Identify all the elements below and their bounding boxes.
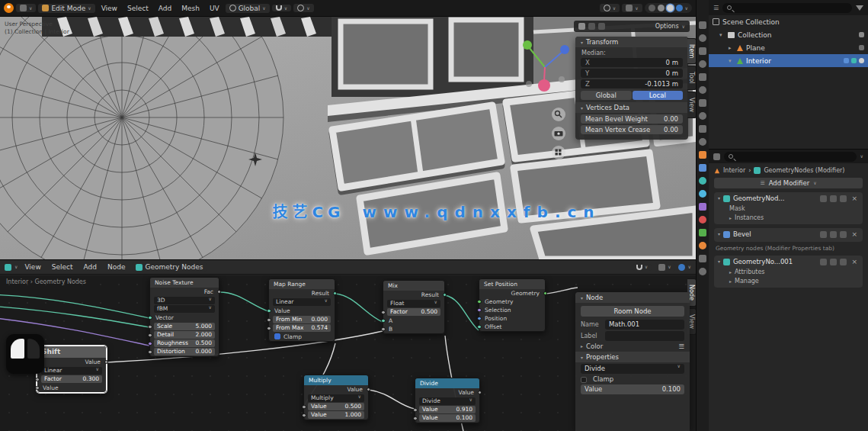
tab-physics-icon[interactable] [699,190,706,198]
editor-type-button[interactable]: ∨ [16,4,36,12]
ne-menu-add[interactable]: Add [80,263,101,271]
output-socket[interactable] [217,290,222,294]
tab-modifiers-icon[interactable] [699,164,706,172]
ne-menu-view[interactable]: View [21,263,44,271]
color-panel-row[interactable]: ▸ Color ☰ [581,343,684,350]
operation-menu[interactable]: Multiply∨ [308,394,364,402]
rendered-shading-icon[interactable] [676,5,683,11]
mix-type-menu[interactable]: Float∨ [387,300,440,307]
active-node-button[interactable]: Room Node [581,306,684,317]
set-position-node[interactable]: Set Position Geometry Geometry Selection… [479,278,546,332]
menu-select[interactable]: Select [123,5,152,12]
modifier-subrow[interactable]: ▸ Attributes [714,268,863,277]
tab-tool-icon[interactable] [699,73,706,81]
input-socket[interactable] [267,318,271,323]
blender-logo-icon[interactable] [4,3,14,13]
math-divide-node[interactable]: Divide Value Divide∨ Value0.910 Value0.1… [415,378,480,423]
roughness-slider[interactable]: Roughness0.500 [154,339,215,347]
from-min-slider[interactable]: From Min0.000 [273,316,331,323]
node-title[interactable]: Noise Texture [150,278,219,288]
face-select-icon[interactable] [598,23,605,30]
proportional-edit-button[interactable]: ∨ [293,4,313,12]
node-panel-header[interactable]: ▾ Node [575,292,690,303]
properties-search-input[interactable] [724,152,857,162]
ne-menu-select[interactable]: Select [48,263,77,271]
input-socket[interactable] [148,350,152,355]
clamp-checkbox[interactable] [274,333,280,339]
mode-select[interactable]: Edit Mode ∨ [38,4,94,13]
node-title[interactable]: Multiply [304,375,368,385]
input-socket[interactable] [477,300,482,304]
output-socket[interactable] [104,360,109,365]
distortion-slider[interactable]: Distortion0.000 [154,348,215,355]
output-socket[interactable] [333,291,338,296]
modifier-header[interactable]: ▾ GeometryNo...001 × [714,256,863,268]
input-socket[interactable] [477,317,482,321]
render-toggle-icon[interactable] [840,259,847,265]
vertices-data-header[interactable]: ▾ Vertices Data [575,102,688,113]
tab-scene-icon[interactable] [699,125,706,133]
realtime-toggle-icon[interactable] [830,231,837,238]
mean-vertex-crease-slider[interactable]: Mean Vertex Crease 0.00 [581,125,683,134]
value-slider[interactable]: Value1.000 [308,411,364,419]
detail-slider[interactable]: Detail2.000 [154,331,215,339]
map-range-node[interactable]: Map Range Result Linear∨ Value From Min0… [268,278,335,342]
noise-dimensions-menu[interactable]: 3D∨ [154,297,215,304]
tab-material-icon[interactable] [699,216,706,224]
modifier-subrow[interactable]: ▸ Instances [714,214,863,223]
menu-mesh[interactable]: Mesh [178,5,203,12]
input-socket[interactable] [381,319,386,323]
local-button[interactable]: Local [633,91,684,100]
shift-menu[interactable]: Linear∨ [41,367,102,375]
global-button[interactable]: Global [581,91,632,100]
output-socket[interactable] [443,293,447,298]
outliner-row-collection[interactable]: ▾ Collection [709,28,868,41]
input-socket[interactable] [267,309,271,314]
noise-texture-node[interactable]: Noise Texture Fac 3D∨ fBM∨ Vector Scale5… [149,277,219,357]
factor-slider[interactable]: Factor0.500 [387,308,440,316]
edge-select-icon[interactable] [588,23,595,30]
node-title[interactable]: Divide [415,378,479,388]
ne-menu-node[interactable]: Node [104,263,130,271]
location-x-field[interactable]: X 0 m [581,58,683,67]
show-gizmo-button[interactable]: ∨ [600,4,620,12]
node-title[interactable]: Map Range [269,279,335,289]
clamp-row[interactable]: Clamp [269,333,335,341]
factor-slider[interactable]: Factor0.300 [41,375,102,383]
tab-view[interactable]: View [687,92,696,118]
geometry-node-editor[interactable]: ∨ View Select Add Node Geometry Nodes ∨ … [0,259,696,431]
solid-shading-icon[interactable] [658,5,665,11]
ne-overlays-button[interactable]: ∨ [655,263,674,272]
caret-right-icon[interactable]: ▸ [729,45,734,51]
hide-viewport-icon[interactable] [859,32,864,37]
modifier-header[interactable]: ▾ GeometryNod... × [714,192,863,204]
node-canvas[interactable]: Interior › Geometry Nodes [0,275,696,431]
breadcrumb-context[interactable]: GeometryNodes (Modifier) [764,167,844,174]
edit-mode-toggle-icon[interactable] [820,231,827,238]
ne-snapping-button[interactable]: ∨ [633,264,652,271]
interpolation-menu[interactable]: Linear∨ [273,298,331,306]
node-tree-select[interactable]: Geometry Nodes [132,262,207,272]
operation-menu[interactable]: Divide∨ [419,397,476,405]
output-socket[interactable] [367,388,371,392]
math-multiply-node[interactable]: Multiply Value Multiply∨ Value0.500 Valu… [303,375,369,420]
tab-object-data-icon[interactable] [699,229,706,236]
location-y-field[interactable]: Y 0 m [581,69,683,78]
realtime-toggle-icon[interactable] [830,259,837,265]
realtime-toggle-icon[interactable] [830,195,837,202]
3d-viewport[interactable]: User Perspective (1) Collection | Interi… [0,17,696,259]
tab-texture-icon[interactable] [699,242,706,249]
tab-object-icon[interactable] [699,151,706,159]
hide-viewport-icon[interactable] [859,45,864,50]
input-socket[interactable] [302,413,306,418]
edit-mode-toggle-icon[interactable] [820,195,827,202]
caret-down-icon[interactable]: ▾ [719,32,725,38]
menu-add[interactable]: Add [155,5,175,12]
vertex-select-icon[interactable] [578,23,585,30]
material-preview-icon[interactable] [667,5,674,11]
output-socket[interactable] [543,291,548,296]
tab-render-icon[interactable] [699,86,706,94]
from-max-slider[interactable]: From Max0.574 [273,324,331,332]
tab-misc-icon[interactable] [699,255,706,262]
wireframe-shading-icon[interactable] [649,5,655,11]
